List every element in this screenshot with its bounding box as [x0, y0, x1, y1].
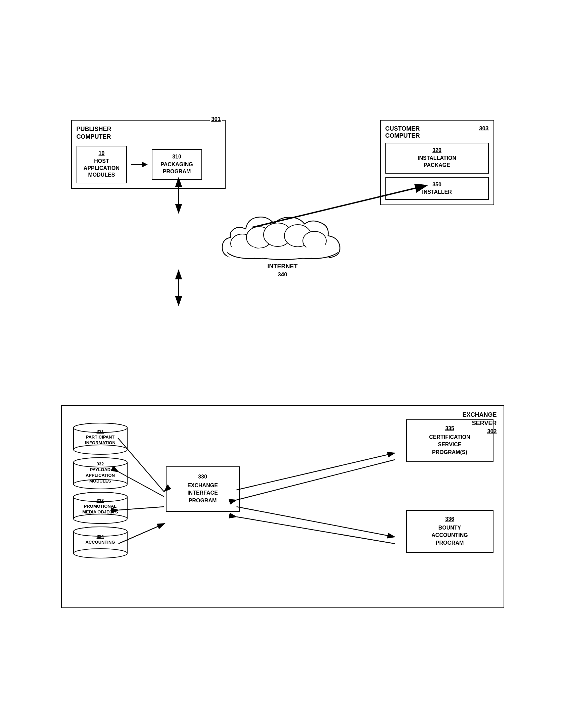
installation-label: INSTALLATIONPACKAGE	[418, 155, 456, 168]
certification-ref: 335	[412, 425, 487, 431]
customer-computer-box: CUSTOMERCOMPUTER 303 320 INSTALLATIONPAC…	[380, 120, 494, 205]
cylinder-accounting: 334 ACCOUNTING	[72, 527, 129, 558]
installation-ref: 320	[392, 147, 482, 153]
cylinder-promotional: 333 PROMOTIONALMEDIA OBJECTS	[72, 492, 129, 524]
packaging-program-box: 310 PACKAGINGPROGRAM	[152, 149, 202, 180]
installer-label: INSTALLER	[422, 189, 452, 195]
publisher-computer-box: 301 PUBLISHERCOMPUTER 10 HOSTAPPLICATION…	[71, 120, 226, 189]
packaging-ref: 310	[158, 154, 195, 160]
svg-point-15	[303, 244, 336, 259]
arrow-host-to-packaging	[131, 161, 148, 168]
certification-box: 335 CERTIFICATIONSERVICEPROGRAM(S)	[406, 419, 493, 462]
publisher-title: PUBLISHERCOMPUTER	[77, 125, 220, 141]
cloud-svg	[209, 204, 357, 271]
packaging-label: PACKAGINGPROGRAM	[160, 162, 193, 174]
customer-title: CUSTOMERCOMPUTER 303	[385, 125, 489, 139]
host-label: HOSTAPPLICATIONMODULES	[84, 158, 120, 178]
host-application-box: 10 HOSTAPPLICATIONMODULES	[77, 146, 127, 183]
db-column: 331 PARTICIPANTINFORMATION 332 PAYLOADAP…	[72, 423, 129, 558]
installation-package-box: 320 INSTALLATIONPACKAGE	[385, 143, 489, 174]
host-ref: 10	[83, 150, 120, 156]
bounty-label: BOUNTYACCOUNTINGPROGRAM	[431, 525, 468, 546]
exchange-program-label: EXCHANGEINTERFACEPROGRAM	[187, 483, 218, 503]
internet-cloud: INTERNET 340	[209, 204, 357, 279]
bounty-ref: 336	[412, 516, 487, 522]
cylinder-participant: 331 PARTICIPANTINFORMATION	[72, 423, 129, 455]
cylinder-payload: 332 PAYLOADAPPLICATIONMODULES	[72, 457, 129, 489]
bounty-box: 336 BOUNTYACCOUNTINGPROGRAM	[406, 510, 493, 553]
exchange-server-box: EXCHANGE SERVER 302 331 PARTICIPANTINFOR…	[61, 405, 504, 608]
svg-point-20	[74, 445, 127, 454]
internet-ref: 340	[209, 271, 357, 279]
svg-point-38	[74, 549, 127, 558]
installer-ref: 350	[392, 182, 482, 188]
exchange-interface-box: 330 EXCHANGEINTERFACEPROGRAM	[166, 466, 240, 512]
exchange-program-ref: 330	[173, 474, 232, 480]
certification-label: CERTIFICATIONSERVICEPROGRAM(S)	[429, 434, 470, 455]
publisher-ref: 301	[210, 116, 222, 123]
svg-point-32	[74, 514, 127, 524]
installer-box: 350 INSTALLER	[385, 177, 489, 200]
customer-ref: 303	[479, 125, 488, 132]
